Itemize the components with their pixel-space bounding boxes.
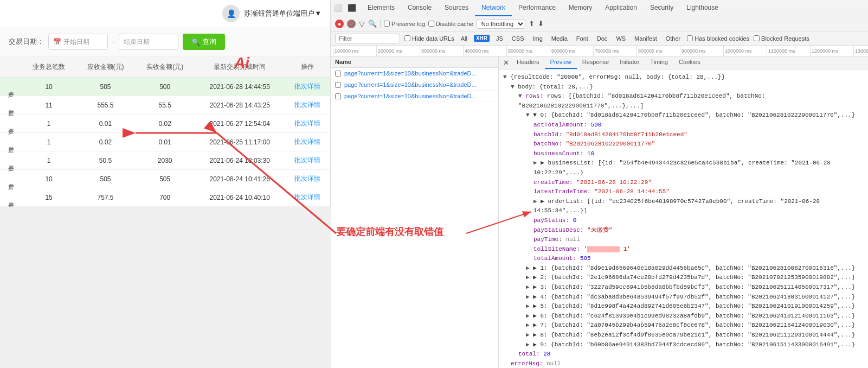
json-row4: ▶ ▶ 4: {batchId: "dc3aba8d3be648539494f5… [503, 293, 864, 302]
record-button[interactable]: ● [335, 20, 344, 28]
request-list: Name page?current=1&size=10&businessNo=&… [331, 56, 499, 368]
network-timeline: 100000 ms200000 ms300000 ms400000 ms5000… [331, 46, 868, 56]
upload-icon: ⬆ [529, 20, 535, 28]
filter-input[interactable] [335, 34, 400, 43]
request-item[interactable]: page?current=1&size=10&businessNo=&trade… [331, 91, 498, 102]
timeline-mark: 400000 ms [463, 46, 506, 56]
hide-data-urls-toggle[interactable]: Hide data URLs [404, 35, 454, 42]
filter-doc[interactable]: Doc [595, 35, 610, 42]
row-actual: 0.02 [135, 115, 195, 133]
detail-button[interactable]: 批次详情 [294, 137, 320, 147]
filter-funnel-icon[interactable]: ▽ [359, 20, 365, 28]
detail-tab-response[interactable]: Response [577, 56, 615, 69]
end-date-input[interactable]: 结束日期 [119, 34, 178, 50]
row-time: 2021-06-24 10:41:26 [195, 170, 285, 188]
row-actual: 505 [135, 170, 195, 188]
table-row: 产登 1 0.01 0.02 2021-06-27 12:54:04 批次详情 [0, 115, 330, 133]
search-button[interactable]: 🔍 查询 [183, 34, 225, 50]
filter-font[interactable]: Font [574, 35, 590, 42]
blocked-requests-toggle[interactable]: Blocked Requests [754, 35, 809, 42]
date-filter-label: 交易日期： [9, 37, 44, 47]
filter-media[interactable]: Media [549, 35, 570, 42]
row-time: 2021-06-24 18:03:30 [195, 151, 285, 170]
tab-console[interactable]: Console [401, 0, 438, 16]
row-action[interactable]: 批次详情 [285, 151, 330, 170]
filter-other[interactable]: Other [664, 35, 683, 42]
devtools-panel: ⬜ ⬛ Elements Console Sources Network Per… [331, 0, 868, 368]
timeline-mark: 1000000 ms [723, 46, 767, 56]
filter-ws[interactable]: WS [614, 35, 628, 42]
col-header-action: 操作 [285, 57, 330, 78]
filter-bar: 交易日期： 📅 开始日期 - 结束日期 🔍 查询 [0, 27, 330, 57]
tab-application[interactable]: Application [599, 0, 644, 16]
detail-tab-cookies[interactable]: Cookies [673, 56, 706, 69]
filter-xhr[interactable]: XHR [474, 35, 490, 42]
filter-manifest[interactable]: Manifest [632, 35, 659, 42]
row-count: 1 [22, 115, 75, 133]
close-detail-icon[interactable]: ✕ [501, 56, 511, 69]
timeline-mark: 800000 ms [636, 46, 680, 56]
row-action[interactable]: 批次详情 [285, 115, 330, 133]
tab-security[interactable]: Security [644, 0, 680, 16]
detail-button[interactable]: 批次详情 [294, 100, 320, 110]
search-network-icon[interactable]: 🔍 [368, 20, 377, 28]
request-item[interactable]: page?current=1&size=10&businessNo=&trade… [331, 79, 498, 91]
detail-button[interactable]: 批次详情 [294, 174, 320, 183]
filter-all[interactable]: All [459, 35, 470, 42]
inspect-icon[interactable]: ⬜ [333, 3, 343, 13]
detail-button[interactable]: 批次详情 [294, 119, 320, 128]
timeline-mark: 300000 ms [420, 46, 463, 56]
row-action[interactable]: 批次详情 [285, 78, 330, 96]
filter-js[interactable]: JS [494, 35, 505, 42]
row-action[interactable]: 批次详情 [285, 188, 330, 207]
filter-img[interactable]: Img [530, 35, 544, 42]
tab-network[interactable]: Network [475, 0, 512, 16]
row-action[interactable]: 批次详情 [285, 96, 330, 115]
row-tag: 产登 [0, 151, 22, 170]
req-checkbox[interactable] [335, 71, 341, 77]
throttle-select[interactable]: No throttling [477, 19, 525, 29]
disable-cache-toggle[interactable]: Disable cache [428, 21, 473, 27]
request-item[interactable]: page?current=1&size=10&businessNo=&trade… [331, 68, 498, 79]
row-count: 10 [22, 170, 75, 188]
row-time: 2021-06-25 11:17:00 [195, 133, 285, 151]
table-row: 产登 10 505 500 2021-06-28 14:44:55 批次详情 [0, 78, 330, 96]
row-tag: 产登 [0, 170, 22, 188]
response-detail: ✕ Headers Preview Response Initiator Tim… [499, 56, 868, 368]
detail-button[interactable]: 批次详情 [294, 193, 320, 202]
detail-tab-headers[interactable]: Headers [511, 56, 545, 69]
tab-elements[interactable]: Elements [361, 0, 401, 16]
detail-tab-preview[interactable]: Preview [545, 56, 577, 69]
json-paystatusdesc: payStatusDesc: "未缴费" [503, 226, 864, 236]
req-checkbox[interactable] [335, 82, 341, 88]
row-actual: 2030 [135, 151, 195, 170]
row-tag: 产登 [0, 115, 22, 133]
data-table-area: 业务总笔数 应收金额(元) 实收金额(元) 最新交易完成时间 操作 产登 10 … [0, 57, 330, 207]
preserve-log-toggle[interactable]: Preserve log [384, 21, 425, 27]
row-receivable: 0.02 [76, 133, 136, 151]
tab-performance[interactable]: Performance [512, 0, 562, 16]
req-checkbox[interactable] [335, 93, 341, 99]
row-action[interactable]: 批次详情 [285, 170, 330, 188]
row-receivable: 555.5 [76, 96, 136, 115]
tab-sources[interactable]: Sources [438, 0, 475, 16]
blocked-cookies-toggle[interactable]: Has blocked cookies [687, 35, 749, 42]
stop-button[interactable]: 🚫 [347, 20, 356, 28]
start-date-input[interactable]: 📅 开始日期 [48, 34, 108, 50]
timeline-mark: 1100000 ms [767, 46, 810, 56]
detail-tab-initiator[interactable]: Initiator [614, 56, 645, 69]
timeline-mark: 600000 ms [550, 46, 593, 56]
detail-tab-timing[interactable]: Timing [645, 56, 673, 69]
detail-button[interactable]: 批次详情 [294, 156, 320, 165]
device-icon[interactable]: ⬛ [347, 3, 357, 13]
tab-memory[interactable]: Memory [562, 0, 599, 16]
row-receivable: 0.01 [76, 115, 136, 133]
row-action[interactable]: 批次详情 [285, 133, 330, 151]
detail-button[interactable]: 批次详情 [294, 82, 320, 91]
filter-css[interactable]: CSS [510, 35, 526, 42]
timeline-mark: 500000 ms [506, 46, 550, 56]
json-businesslist: ▶ ▶ businessList: [{id: "254fb4e49434423… [503, 158, 864, 177]
devtools-tabs: Elements Console Sources Network Perform… [361, 0, 866, 16]
json-acttotalamount: actTotalAmount: 500 [503, 120, 864, 130]
tab-lighthouse[interactable]: Lighthouse [680, 0, 725, 16]
